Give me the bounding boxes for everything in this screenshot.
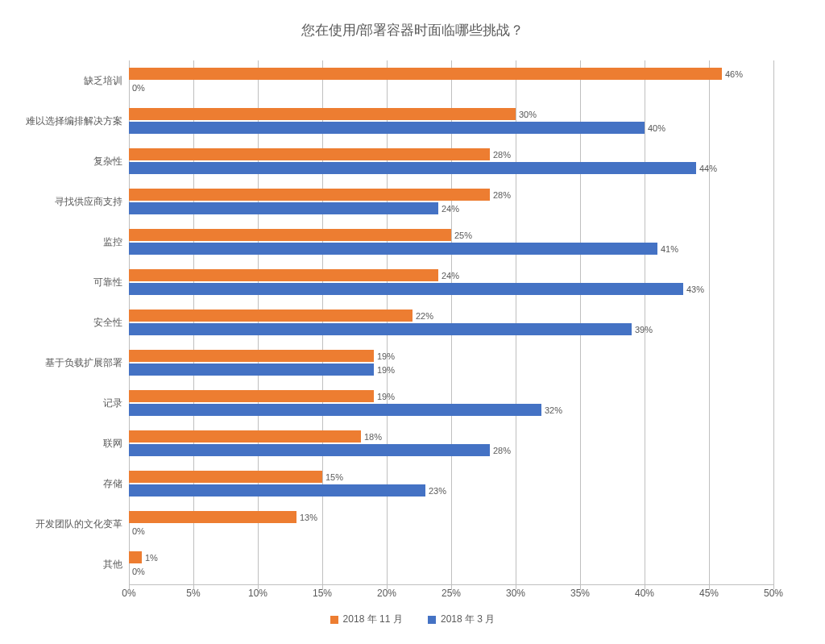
category-group: 缺乏培训46%0% [129,60,773,101]
category-group: 开发团队的文化变革13%0% [129,504,773,544]
x-tick-label: 0% [122,588,135,599]
category-group: 复杂性28%44% [129,141,773,181]
x-tick-label: 5% [186,588,200,599]
bar-value-label: 0% [132,526,145,536]
x-tick-label: 45% [699,588,719,599]
bar-value-label: 0% [132,83,145,93]
bar-value-label: 19% [377,351,395,361]
category-label: 基于负载扩展部署 [45,356,122,370]
category-label: 可靠性 [93,276,122,289]
bar-series-a: 1% [129,551,142,563]
category-label: 存储 [103,477,122,491]
category-group: 记录19%32% [129,383,773,423]
category-label: 开发团队的文化变革 [35,517,122,531]
category-label: 监控 [103,235,122,249]
bar-series-b: 44% [129,162,696,174]
category-label: 缺乏培训 [84,74,122,88]
bar-value-label: 30% [519,110,537,119]
bar-value-label: 28% [493,190,511,200]
bar-value-label: 43% [686,285,704,294]
bar-value-label: 39% [635,325,653,334]
bar-value-label: 13% [300,513,317,522]
x-tick-label: 15% [313,588,332,599]
legend-item-a: 2018 年 11 月 [330,613,403,626]
bar-series-a: 24% [129,269,438,281]
bar-series-a: 19% [129,390,374,402]
bar-value-label: 25% [454,231,472,240]
category-label: 记录 [103,397,122,410]
bar-series-b: 39% [129,323,632,335]
category-label: 安全性 [93,316,122,330]
x-tick-label: 35% [570,588,590,599]
x-tick-label: 40% [635,588,654,599]
x-tick-label: 10% [248,588,267,599]
bar-series-a: 46% [129,68,722,80]
bar-series-a: 28% [129,148,490,160]
category-group: 其他1%0% [129,544,773,584]
bar-series-b: 43% [129,283,683,295]
bar-value-label: 28% [493,150,511,160]
bar-series-a: 18% [129,430,361,442]
x-tick-label: 30% [506,588,525,599]
category-group: 寻找供应商支持28%24% [129,181,773,222]
bar-value-label: 46% [725,69,743,79]
category-group: 难以选择编排解决方案30%40% [129,101,773,141]
bar-series-a: 13% [129,511,296,523]
bar-value-label: 24% [442,204,459,214]
bar-value-label: 18% [364,432,382,442]
category-label: 寻找供应商支持 [55,195,122,209]
bar-value-label: 40% [648,123,665,133]
category-group: 可靠性24%43% [129,262,773,302]
bar-series-b: 41% [129,243,657,255]
bar-value-label: 32% [545,405,562,415]
legend-label-a: 2018 年 11 月 [343,613,403,626]
category-group: 存储15%23% [129,463,773,504]
bar-value-label: 15% [325,472,343,482]
category-group: 联网18%28% [129,423,773,463]
bar-series-b: 32% [129,404,541,416]
bar-series-a: 22% [129,310,412,322]
legend-swatch-b [428,616,436,624]
plot-area: 0%5%10%15%20%25%30%35%40%45%50%缺乏培训46%0%… [129,60,773,585]
chart-container: 您在使用/部署容器时面临哪些挑战？ 0%5%10%15%20%25%30%35%… [0,0,825,644]
bar-series-a: 25% [129,229,451,241]
bar-series-b: 40% [129,122,645,134]
bar-series-b: 23% [129,484,425,497]
bar-value-label: 23% [429,486,446,496]
bar-series-b: 28% [129,444,490,456]
category-group: 监控25%41% [129,222,773,262]
bar-series-a: 15% [129,471,322,483]
legend-label-b: 2018 年 3 月 [441,613,495,626]
category-group: 基于负载扩展部署19%19% [129,343,773,383]
legend-swatch-a [330,616,338,624]
bar-value-label: 28% [493,446,511,455]
bar-value-label: 0% [132,567,145,576]
x-tick-label: 50% [764,588,783,599]
category-label: 难以选择编排解决方案 [26,114,122,128]
legend-item-b: 2018 年 3 月 [428,613,495,626]
category-label: 其他 [103,558,122,571]
bar-value-label: 19% [377,392,395,401]
category-group: 安全性22%39% [129,302,773,343]
legend: 2018 年 11 月 2018 年 3 月 [0,613,825,626]
bar-series-a: 30% [129,108,516,120]
category-label: 复杂性 [93,155,122,168]
bar-value-label: 22% [416,311,433,321]
x-tick-label: 20% [377,588,396,599]
category-label: 联网 [103,437,122,451]
x-tick-label: 25% [442,588,461,599]
chart-title: 您在使用/部署容器时面临哪些挑战？ [0,21,825,39]
gridline [773,60,774,589]
bar-value-label: 19% [377,365,395,375]
bar-value-label: 1% [145,553,158,563]
bar-series-a: 19% [129,350,374,362]
bar-value-label: 24% [442,271,459,280]
bar-series-a: 28% [129,189,490,201]
bar-series-b: 24% [129,202,438,214]
bar-value-label: 41% [661,244,678,254]
bar-value-label: 44% [699,164,717,173]
bar-series-b: 19% [129,364,374,376]
